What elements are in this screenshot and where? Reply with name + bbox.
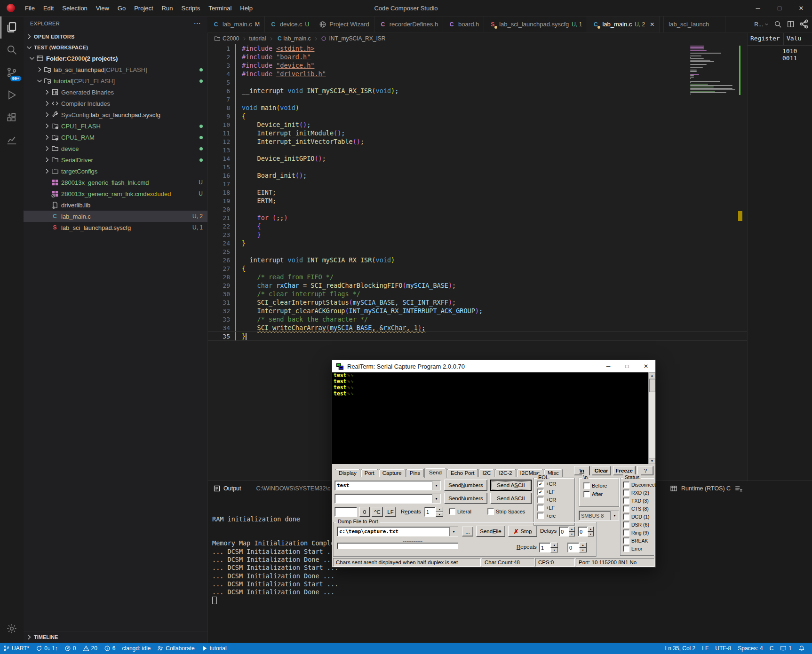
dump-repeats-spinner-1[interactable]: 1▲▼	[539, 543, 558, 552]
code-line[interactable]: 35}	[207, 332, 747, 340]
menu-selection[interactable]: Selection	[58, 3, 91, 13]
eol-LF-checkbox-3[interactable]: +LF	[537, 504, 555, 511]
search[interactable]	[774, 20, 782, 28]
statusbar-indentation[interactable]: Spaces: 4	[734, 643, 766, 654]
realterm-button-Freeze[interactable]: Freeze	[613, 466, 636, 475]
code-line[interactable]: 11 Interrupt_initModule();	[207, 129, 747, 137]
activity-extensions[interactable]	[0, 106, 23, 129]
statusbar-warnings[interactable]: 20	[80, 643, 101, 654]
eol-CR-checkbox-2[interactable]: +CR	[537, 496, 556, 503]
menu-go[interactable]: Go	[113, 3, 130, 13]
dump-repeats-spinner-2[interactable]: 0▲▼	[567, 543, 588, 552]
activity-manage[interactable]	[0, 617, 23, 640]
spin-up-icon[interactable]: ▲	[569, 527, 575, 532]
status-error[interactable]: Error	[623, 545, 642, 552]
realterm-close-button[interactable]: ✕	[637, 360, 655, 372]
code-line[interactable]: 3#include "device.h"	[207, 61, 747, 70]
code-line[interactable]: 26__interrupt void INT_mySCIA_RX_ISR(voi…	[207, 256, 747, 264]
run-button[interactable]: R...	[754, 21, 769, 28]
activity-explorer[interactable]	[0, 16, 23, 39]
tree-item[interactable]: Folder: C2000 (2 projects)	[24, 53, 207, 64]
spin-up-icon[interactable]: ▲	[436, 507, 443, 512]
statusbar-git-branch[interactable]: UART*	[0, 643, 32, 654]
strip-spaces-checkbox[interactable]: Strip Spaces	[487, 508, 525, 515]
code-line[interactable]: 9{	[207, 112, 747, 120]
status-dsr-6-[interactable]: DSR (6)	[623, 521, 649, 528]
code-line[interactable]: 6__interrupt void INT_mySCIA_RX_ISR(void…	[207, 87, 747, 95]
send-ascii-input[interactable]: test▼	[334, 481, 441, 490]
scrollbar-thumb[interactable]	[649, 379, 655, 392]
menu-view[interactable]: View	[92, 3, 113, 13]
send-numbers-button-2[interactable]: Send Numbers	[444, 493, 487, 504]
smbus-dropdown[interactable]: SMBUS 8▼	[579, 511, 619, 520]
open-editors-section[interactable]: OPEN EDITORS	[24, 31, 207, 42]
literal-checkbox[interactable]: Literal	[449, 508, 471, 515]
dropdown-arrow-icon[interactable]: ▼	[449, 527, 458, 536]
realterm-maximize-button[interactable]: □	[618, 360, 637, 372]
code-line[interactable]: 29 char rxChar = SCI_readCharBlockingFIF…	[207, 281, 747, 290]
status-dcd-1-[interactable]: DCD (1)	[623, 513, 650, 520]
delay-spinner-2[interactable]: 0▲▼	[578, 527, 594, 536]
code-line[interactable]: 27{	[207, 264, 747, 273]
ctrl-c-button[interactable]: ^C	[372, 507, 383, 517]
share-icon[interactable]	[799, 19, 809, 29]
send-file-button[interactable]: Send File	[476, 526, 505, 537]
activity-source-control[interactable]: 99+	[0, 61, 23, 84]
maximize-button[interactable]: □	[769, 0, 790, 16]
close-button[interactable]: ✕	[790, 0, 812, 16]
tree-item[interactable]: driverlib.lib	[24, 199, 207, 211]
realterm-button-n[interactable]: \n	[574, 466, 590, 475]
code-line[interactable]: 12 Interrupt_initVectorTable();	[207, 137, 747, 146]
tab-device-c[interactable]: Cdevice.cU	[265, 16, 314, 32]
tree-item[interactable]: Slab_sci_launchpad.syscfgU, 1	[24, 222, 207, 233]
repeats-spinner[interactable]: 1▲▼	[424, 507, 443, 517]
tree-item[interactable]: 280013x_generic_ram_lnk.cmd excludedU	[24, 188, 207, 199]
realterm-button-Clear[interactable]: Clear	[592, 466, 611, 475]
code-line[interactable]: 21 for (;;)	[207, 213, 747, 222]
tree-item[interactable]: SerialDriver	[24, 154, 207, 165]
tree-item[interactable]: Compiler Includes	[24, 98, 207, 109]
tree-item[interactable]: Clab_main.cU, 2	[24, 211, 207, 222]
statusbar-sync-changes[interactable]: 0↓ 1↑	[32, 643, 61, 654]
menu-scripts[interactable]: Scripts	[177, 3, 204, 13]
menu-edit[interactable]: Edit	[39, 3, 58, 13]
spinner-arrows[interactable]: ▲▼	[588, 527, 594, 536]
stop-button[interactable]: ✗Stop	[508, 526, 537, 537]
menu-run[interactable]: Run	[158, 3, 177, 13]
code-line[interactable]: 10 Device_init();	[207, 120, 747, 129]
dropdown-arrow-icon[interactable]: ▼	[610, 511, 619, 520]
tree-item[interactable]: tutorial [CPU1_FLASH]	[24, 75, 207, 87]
spin-down-icon[interactable]: ▼	[550, 548, 558, 553]
eol-CR-checkbox-0[interactable]: ✓+CR	[537, 481, 556, 487]
tree-item[interactable]: 280013x_generic_flash_lnk.cmdU	[24, 177, 207, 188]
code-line[interactable]: 4#include "driverlib.h"	[207, 70, 747, 78]
code-line[interactable]: 17	[207, 180, 747, 188]
statusbar-notifications[interactable]	[795, 643, 808, 654]
statusbar-errors[interactable]: 0	[61, 643, 80, 654]
breadcrumb-item[interactable]: tutorial	[249, 35, 266, 42]
tree-item[interactable]: targetConfigs	[24, 165, 207, 177]
code-line[interactable]: 5	[207, 78, 747, 87]
breadcrumb[interactable]: C2000tutorialClab_main.cINT_mySCIA_RX_IS…	[207, 33, 754, 44]
status-cts-8-[interactable]: CTS (8)	[623, 505, 649, 512]
split-editor[interactable]	[787, 20, 795, 28]
clear-output-icon[interactable]	[734, 484, 743, 493]
send-numbers-button-1[interactable]: Send Numbers	[444, 480, 487, 491]
realterm-tab-send[interactable]: Send	[424, 468, 446, 478]
realterm-terminal[interactable]: test␍␊test␍␊test␍␊test␍␊ ▲ ▼	[332, 372, 655, 464]
statusbar-encoding[interactable]: UTF-8	[712, 643, 734, 654]
minimap[interactable]	[690, 46, 737, 95]
send-ascii-input-2[interactable]: ▼	[334, 494, 441, 504]
scroll-up-icon[interactable]: ▲	[649, 372, 655, 378]
realterm-title-bar[interactable]: RealTerm: Serial Capture Program 2.0.0.7…	[332, 360, 655, 372]
timeline-section[interactable]: TIMELINE	[24, 631, 207, 643]
code-line[interactable]: 1#include <stdint.h>	[207, 44, 747, 53]
code-line[interactable]: 20	[207, 205, 747, 213]
activity-run-debug[interactable]	[0, 84, 23, 106]
send-ascii-button-2[interactable]: Send ASCII	[490, 493, 532, 504]
tree-item[interactable]: device	[24, 143, 207, 154]
code-line[interactable]: 25	[207, 247, 747, 256]
dump-file-input[interactable]: c:\temp\capture.txt▼	[337, 527, 458, 536]
realterm-tab-pins[interactable]: Pins	[406, 469, 424, 477]
tree-item[interactable]: CPU1_FLASH	[24, 120, 207, 132]
